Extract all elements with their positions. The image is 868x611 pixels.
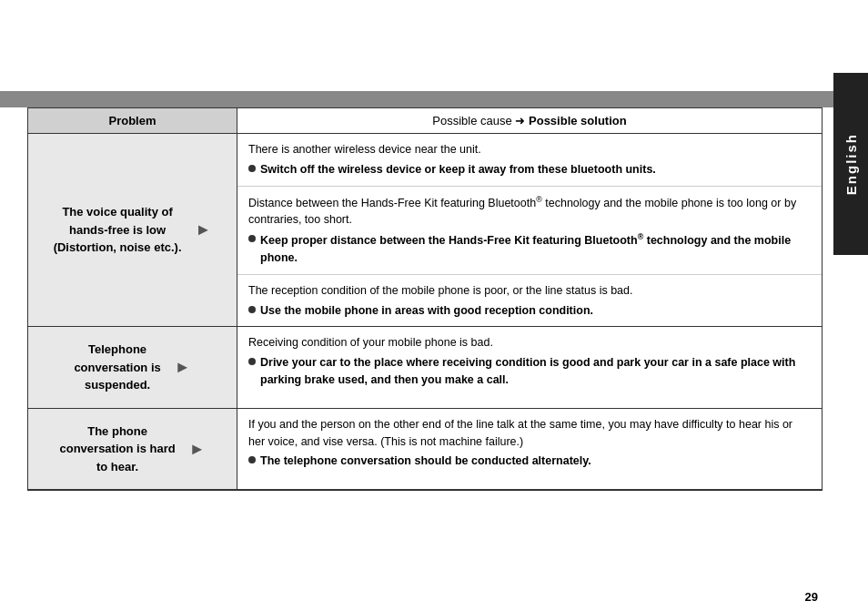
section-suspended: Telephoneconversation issuspended. ► Rec… xyxy=(28,327,822,409)
page-number: 29 xyxy=(805,590,818,604)
problem-cell-1: The voice quality ofhands-free is low(Di… xyxy=(28,134,237,326)
bullet-icon xyxy=(248,358,256,365)
bullet-icon xyxy=(248,235,256,242)
bullet-icon xyxy=(248,306,256,313)
arrow-icon-1: ► xyxy=(196,220,212,239)
trouble-table: Problem Possible cause ➜ Possible soluti… xyxy=(27,107,823,491)
solution-item-2a: Receiving condition of your mobile phone… xyxy=(237,327,822,395)
main-content: Problem Possible cause ➜ Possible soluti… xyxy=(27,107,823,584)
solutions-cell-1: There is another wireless device near th… xyxy=(237,134,822,326)
header-problem: Problem xyxy=(28,108,237,133)
arrow-icon-2: ► xyxy=(175,358,191,377)
language-label: English xyxy=(843,133,859,195)
solution-item-1a: There is another wireless device near th… xyxy=(237,134,822,187)
table-header: Problem Possible cause ➜ Possible soluti… xyxy=(28,108,822,134)
problem-text-1: The voice quality ofhands-free is low(Di… xyxy=(54,203,191,257)
solution-item-3a: If you and the person on the other end o… xyxy=(237,409,822,477)
solution-item-1c: The reception condition of the mobile ph… xyxy=(237,275,822,327)
header-solution: Possible cause ➜ Possible solution xyxy=(237,108,822,133)
english-tab: English xyxy=(833,73,868,255)
problem-text-2: Telephoneconversation issuspended. xyxy=(74,341,169,394)
problem-cell-3: The phoneconversation is hardto hear. ► xyxy=(28,409,237,490)
bullet-icon xyxy=(248,165,256,172)
solutions-cell-3: If you and the person on the other end o… xyxy=(237,409,822,490)
solution-item-1b: Distance between the Hands-Free Kit feat… xyxy=(237,187,822,275)
section-voice-quality: The voice quality ofhands-free is low(Di… xyxy=(28,134,822,327)
solutions-cell-2: Receiving condition of your mobile phone… xyxy=(237,327,822,408)
problem-text-3: The phoneconversation is hardto hear. xyxy=(60,423,185,476)
top-bar xyxy=(0,91,868,107)
arrow-icon-3: ► xyxy=(189,440,206,459)
problem-cell-2: Telephoneconversation issuspended. ► xyxy=(28,327,237,408)
section-hard-to-hear: The phoneconversation is hardto hear. ► … xyxy=(28,409,822,491)
bullet-icon xyxy=(248,456,256,463)
